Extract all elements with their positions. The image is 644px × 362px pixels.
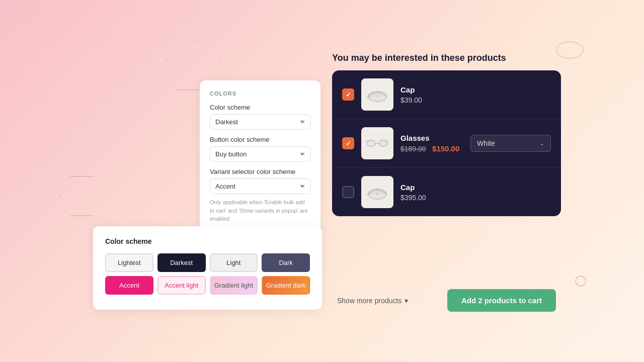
- products-panel: Cap $39.00 Glasses $189.00 $150.00 White…: [332, 70, 561, 216]
- colors-settings-card: COLORS Color scheme Darkest Lightest Lig…: [200, 80, 320, 233]
- product-1-name: Cap: [400, 85, 551, 94]
- variant-selector-hint: Only applicable when 'Enable bulk add to…: [210, 198, 310, 223]
- chevron-down-icon-show-more: ▾: [405, 297, 408, 305]
- scheme-accent-light-btn[interactable]: Accent light: [157, 276, 206, 295]
- show-more-label: Show more products: [337, 297, 401, 305]
- button-color-scheme-label: Button color scheme: [210, 136, 310, 143]
- product-row-2: Glasses $189.00 $150.00 White ⌄: [332, 119, 561, 168]
- scheme-dark-btn[interactable]: Dark: [262, 253, 310, 272]
- cap-icon-1: [366, 86, 388, 103]
- product-3-info: Cap $395.00: [400, 183, 551, 202]
- product-1-checkbox[interactable]: [342, 88, 354, 101]
- color-scheme-select[interactable]: Darkest Lightest Light Dark Accent Accen…: [210, 114, 310, 130]
- product-2-sale-price: $150.00: [432, 144, 459, 153]
- color-scheme-picker-card: Color scheme Lightest Darkest Light Dark…: [93, 226, 322, 310]
- bottom-action-bar: Show more products ▾ Add 2 products to c…: [332, 289, 561, 312]
- scheme-picker-title: Color scheme: [105, 237, 310, 245]
- chevron-down-icon: ⌄: [539, 140, 544, 147]
- product-3-checkbox[interactable]: [342, 186, 354, 198]
- colors-section-label: COLORS: [210, 90, 310, 97]
- show-more-products-button[interactable]: Show more products ▾: [337, 297, 408, 305]
- scheme-accent-btn[interactable]: Accent: [105, 276, 153, 295]
- page-title: You may be interested in these products: [332, 53, 561, 63]
- product-row-3: Cap $395.00: [332, 168, 561, 216]
- add-to-cart-button[interactable]: Add 2 products to cart: [447, 289, 556, 312]
- product-2-thumbnail: [361, 127, 393, 159]
- product-1-thumbnail: [361, 78, 393, 111]
- deco-circle-shape: [575, 276, 586, 287]
- scheme-light-btn[interactable]: Light: [210, 253, 258, 272]
- button-color-scheme-select[interactable]: Buy button Custom: [210, 146, 310, 162]
- scheme-row-1: Lightest Darkest Light Dark: [105, 253, 310, 272]
- product-2-pricing: $189.00 $150.00: [400, 144, 463, 153]
- product-2-name: Glasses: [400, 134, 463, 142]
- product-2-original-price: $189.00: [400, 145, 426, 153]
- scheme-lightest-btn[interactable]: Lightest: [105, 253, 153, 272]
- cap-icon-3: [366, 184, 388, 200]
- variant-selector-select[interactable]: Accent Light Dark Darkest: [210, 178, 310, 194]
- product-row-1: Cap $39.00: [332, 70, 561, 119]
- color-scheme-label: Color scheme: [210, 104, 310, 111]
- svg-rect-5: [376, 193, 378, 195]
- product-1-price: $39.00: [400, 96, 551, 104]
- scheme-gradient-dark-btn[interactable]: Gradient dark: [262, 276, 310, 295]
- svg-rect-3: [379, 140, 387, 146]
- product-2-checkbox[interactable]: [342, 137, 354, 149]
- variant-selected-value: White: [477, 139, 495, 147]
- product-3-price: $395.00: [400, 194, 551, 202]
- deco-hexagon-shape: [59, 176, 105, 216]
- scheme-darkest-btn[interactable]: Darkest: [157, 253, 206, 272]
- scheme-row-2: Accent Accent light Gradient light Gradi…: [105, 276, 310, 295]
- product-3-thumbnail: [361, 176, 393, 208]
- product-1-info: Cap $39.00: [400, 85, 551, 104]
- product-2-info: Glasses $189.00 $150.00: [400, 134, 463, 153]
- glasses-icon: [366, 136, 388, 150]
- variant-selector-dropdown[interactable]: White ⌄: [470, 135, 551, 152]
- product-3-name: Cap: [400, 183, 551, 192]
- svg-rect-1: [376, 96, 378, 97]
- variant-selector-label: Variant selector color scheme: [210, 168, 310, 175]
- svg-rect-2: [367, 140, 375, 146]
- scheme-gradient-light-btn[interactable]: Gradient light: [210, 276, 258, 295]
